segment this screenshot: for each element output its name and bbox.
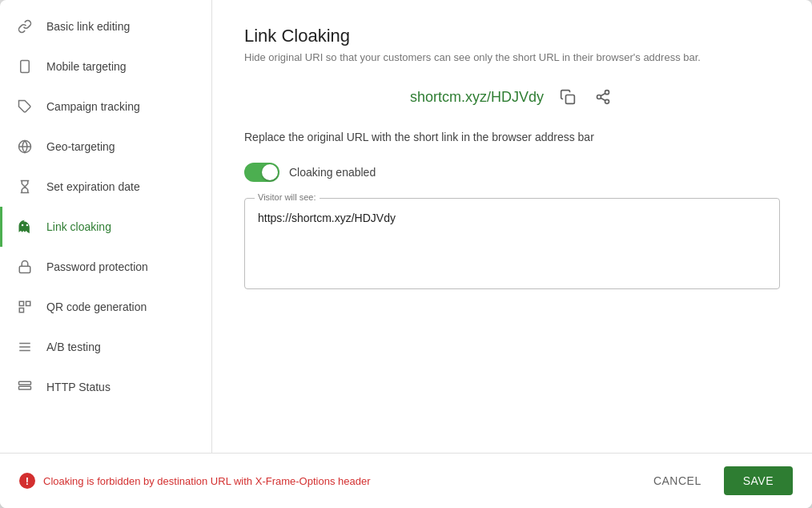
svg-rect-22 (19, 386, 31, 389)
footer-error: ! Cloaking is forbidden by destination U… (19, 473, 371, 489)
sidebar-item-ab-testing[interactable]: A/B testing (0, 327, 211, 367)
globe-icon (16, 138, 34, 155)
sidebar-item-label-basic-link-editing: Basic link editing (46, 20, 130, 33)
sidebar-item-set-expiration-date[interactable]: Set expiration date (0, 167, 211, 207)
svg-rect-5 (19, 266, 30, 272)
sidebar-item-label-password-protection: Password protection (46, 260, 148, 273)
error-icon: ! (19, 473, 35, 489)
description-text: Replace the original URL with the short … (244, 131, 780, 143)
sidebar-item-link-cloaking[interactable]: Link cloaking (0, 207, 211, 247)
visitor-box-label: Visitor will see: (255, 192, 320, 202)
sidebar-item-mobile-targeting[interactable]: Mobile targeting (0, 46, 211, 87)
hourglass-icon (16, 178, 34, 196)
sidebar: Basic link editing Mobile targeting (0, 0, 212, 453)
link-icon (16, 18, 34, 35)
dialog: Basic link editing Mobile targeting (0, 0, 812, 508)
svg-rect-8 (19, 308, 23, 312)
sidebar-item-http-status[interactable]: HTTP Status (0, 367, 211, 407)
copy-icon (560, 89, 576, 105)
smartphone-icon (16, 58, 34, 75)
svg-point-26 (605, 91, 609, 95)
sidebar-item-label-qr-code-generation: QR code generation (46, 300, 147, 313)
sidebar-item-label-campaign-tracking: Campaign tracking (46, 100, 140, 113)
ghost-icon (16, 218, 34, 236)
sidebar-item-label-http-status: HTTP Status (46, 381, 111, 393)
error-message: Cloaking is forbidden by destination URL… (43, 475, 371, 487)
save-button[interactable]: SAVE (724, 466, 793, 495)
sidebar-item-label-set-expiration-date: Set expiration date (46, 180, 140, 193)
content-subtitle: Hide original URI so that your customers… (244, 51, 780, 63)
visitor-box: Visitor will see: https://shortcm.xyz/HD… (244, 198, 780, 289)
svg-line-30 (601, 93, 605, 95)
main-content: Link Cloaking Hide original URI so that … (212, 0, 812, 453)
svg-rect-6 (19, 301, 23, 305)
copy-button[interactable] (557, 86, 579, 108)
sidebar-item-geo-targeting[interactable]: Geo-targeting (0, 127, 211, 167)
svg-point-28 (605, 99, 609, 103)
sidebar-item-label-link-cloaking: Link cloaking (46, 220, 111, 233)
short-url-row: shortcm.xyz/HDJVdy (244, 86, 780, 108)
svg-rect-7 (26, 301, 30, 305)
share-icon (595, 89, 611, 105)
toggle-row: Cloaking enabled (244, 163, 780, 182)
footer-actions: CANCEL SAVE (641, 466, 793, 495)
sidebar-item-label-ab-testing: A/B testing (46, 341, 101, 353)
svg-rect-21 (19, 381, 31, 385)
visitor-box-value[interactable]: https://shortcm.xyz/HDJVdy (258, 212, 766, 276)
lock-icon (16, 258, 34, 276)
footer: ! Cloaking is forbidden by destination U… (0, 453, 812, 508)
sidebar-item-label-geo-targeting: Geo-targeting (46, 140, 115, 153)
dialog-body: Basic link editing Mobile targeting (0, 0, 812, 453)
toggle-label: Cloaking enabled (289, 166, 376, 179)
svg-rect-25 (566, 95, 575, 104)
ab-icon (16, 338, 34, 356)
cancel-button[interactable]: CANCEL (641, 466, 714, 495)
sidebar-item-campaign-tracking[interactable]: Campaign tracking (0, 87, 211, 127)
cloaking-toggle[interactable] (244, 163, 279, 182)
qr-icon (16, 298, 34, 316)
content-title: Link Cloaking (244, 26, 780, 46)
svg-point-27 (597, 95, 601, 99)
sidebar-item-password-protection[interactable]: Password protection (0, 247, 211, 287)
share-button[interactable] (592, 86, 614, 108)
server-icon (16, 378, 34, 396)
sidebar-item-label-mobile-targeting: Mobile targeting (46, 60, 127, 73)
svg-line-29 (601, 98, 605, 100)
sidebar-item-qr-code-generation[interactable]: QR code generation (0, 287, 211, 327)
sidebar-item-basic-link-editing[interactable]: Basic link editing (0, 6, 211, 46)
short-url-link[interactable]: shortcm.xyz/HDJVdy (410, 89, 544, 106)
tag-icon (16, 98, 34, 115)
